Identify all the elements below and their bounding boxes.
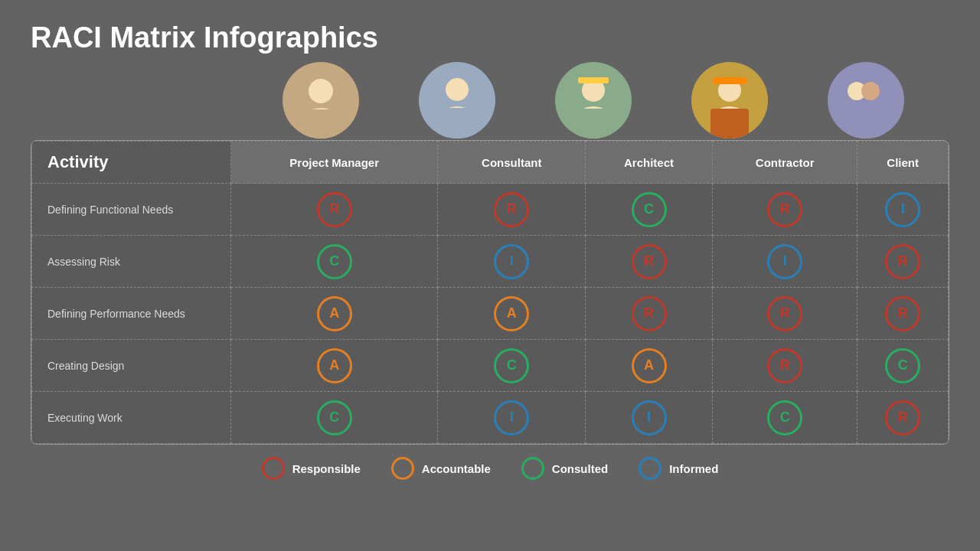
avatar-consultant [389, 62, 525, 139]
raci-cell-3-4: C [858, 340, 949, 392]
raci-badge-R: R [494, 192, 529, 227]
col-header-3: Contractor [712, 142, 857, 184]
raci-cell-0-3: R [712, 184, 857, 236]
raci-cell-2-4: R [858, 288, 949, 340]
raci-badge-I: I [767, 244, 802, 279]
legend-responsible-icon [262, 457, 285, 480]
raci-table: Activity Project Manager Consultant Arch… [31, 141, 949, 444]
raci-cell-1-3: I [712, 236, 857, 288]
legend-responsible: Responsible [262, 457, 361, 480]
svg-rect-12 [578, 77, 609, 83]
avatars-row [0, 62, 980, 139]
raci-cell-4-4: R [858, 392, 949, 444]
legend-informed-icon [639, 457, 662, 480]
page-title: RACI Matrix Infographics [0, 0, 980, 62]
table-row: Defining Performance NeedsAARRR [32, 288, 949, 340]
raci-cell-1-1: I [438, 236, 586, 288]
raci-badge-R: R [767, 348, 802, 383]
raci-badge-R: R [767, 296, 802, 331]
svg-rect-3 [301, 109, 341, 139]
table-row: Defining Functional NeedsRRCRI [32, 184, 949, 236]
svg-rect-7 [438, 108, 476, 139]
avatar-project-manager [253, 62, 389, 139]
col-header-4: Client [858, 142, 949, 184]
raci-cell-0-2: C [586, 184, 713, 236]
raci-badge-A: A [317, 348, 352, 383]
svg-rect-22 [844, 109, 886, 139]
raci-badge-C: C [632, 192, 667, 227]
raci-cell-2-0: A [231, 288, 438, 340]
raci-badge-R: R [885, 296, 920, 331]
raci-badge-I: I [885, 192, 920, 227]
raci-badge-I: I [494, 400, 529, 435]
svg-rect-17 [713, 77, 746, 84]
raci-badge-C: C [767, 400, 802, 435]
raci-badge-R: R [767, 192, 802, 227]
col-header-2: Architect [586, 142, 713, 184]
raci-cell-2-2: R [586, 288, 713, 340]
legend-accountable-icon [391, 457, 414, 480]
raci-badge-I: I [494, 244, 529, 279]
avatar-client [798, 62, 934, 139]
activity-cell-4: Executing Work [32, 392, 231, 444]
raci-badge-A: A [317, 296, 352, 331]
raci-cell-3-2: A [586, 340, 713, 392]
table-row: Assessing RiskCIRIR [32, 236, 949, 288]
raci-badge-R: R [885, 400, 920, 435]
raci-cell-0-4: I [858, 184, 949, 236]
legend-accountable: Accountable [391, 457, 491, 480]
svg-point-5 [446, 78, 469, 101]
raci-cell-4-3: C [712, 392, 857, 444]
activity-cell-0: Defining Functional Needs [32, 184, 231, 236]
raci-cell-1-4: R [858, 236, 949, 288]
raci-cell-0-1: R [438, 184, 586, 236]
raci-badge-A: A [632, 348, 667, 383]
avatar-architect [525, 62, 662, 139]
activity-cell-1: Assessing Risk [32, 236, 231, 288]
legend-informed: Informed [639, 457, 718, 480]
raci-badge-I: I [632, 400, 667, 435]
raci-badge-C: C [494, 348, 529, 383]
svg-rect-11 [574, 109, 612, 139]
raci-cell-3-3: R [712, 340, 857, 392]
header-row: Activity Project Manager Consultant Arch… [32, 142, 949, 184]
activity-header: Activity [32, 142, 231, 184]
raci-badge-C: C [317, 400, 352, 435]
raci-cell-0-0: R [231, 184, 438, 236]
legend-responsible-label: Responsible [292, 462, 361, 475]
raci-cell-1-0: C [231, 236, 438, 288]
avatar-contractor [662, 62, 798, 139]
raci-cell-4-2: I [586, 392, 713, 444]
svg-rect-16 [710, 109, 749, 139]
raci-badge-R: R [632, 296, 667, 331]
raci-cell-2-3: R [712, 288, 857, 340]
legend-informed-label: Informed [669, 462, 718, 475]
activity-cell-2: Defining Performance Needs [32, 288, 231, 340]
raci-badge-R: R [317, 192, 352, 227]
col-header-1: Consultant [438, 142, 586, 184]
raci-badge-C: C [885, 348, 920, 383]
raci-badge-R: R [632, 244, 667, 279]
legend-row: Responsible Accountable Consulted Inform… [0, 445, 980, 487]
svg-point-1 [309, 79, 333, 103]
raci-cell-1-2: R [586, 236, 713, 288]
raci-cell-4-1: I [438, 392, 586, 444]
raci-badge-R: R [885, 244, 920, 279]
raci-cell-3-1: C [438, 340, 586, 392]
legend-consulted-label: Consulted [552, 462, 608, 475]
matrix-container: Activity Project Manager Consultant Arch… [31, 140, 949, 445]
legend-consulted: Consulted [521, 457, 608, 480]
table-row: Creating DesignACARC [32, 340, 949, 392]
raci-cell-2-1: A [438, 288, 586, 340]
raci-cell-4-0: C [231, 392, 438, 444]
col-header-0: Project Manager [231, 142, 438, 184]
svg-point-20 [861, 82, 880, 100]
legend-consulted-icon [521, 457, 544, 480]
raci-cell-3-0: A [231, 340, 438, 392]
legend-accountable-label: Accountable [422, 462, 491, 475]
table-row: Executing WorkCIICR [32, 392, 949, 444]
raci-badge-C: C [317, 244, 352, 279]
activity-cell-3: Creating Design [32, 340, 231, 392]
raci-badge-A: A [494, 296, 529, 331]
